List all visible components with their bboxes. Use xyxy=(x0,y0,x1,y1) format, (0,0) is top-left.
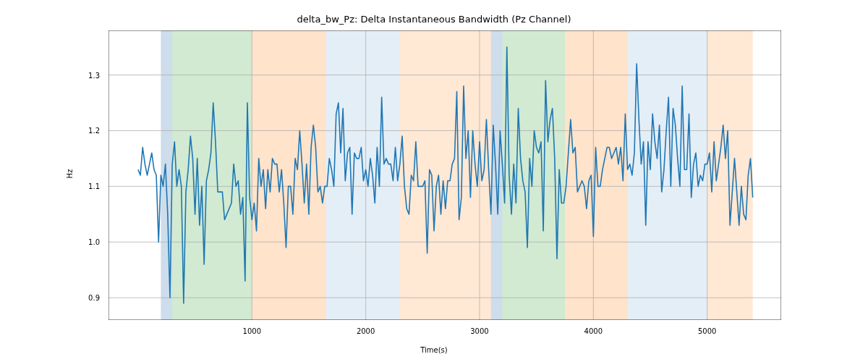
region-band xyxy=(491,30,503,320)
y-tick-label: 1.0 xyxy=(88,238,100,246)
x-tick-label: 2000 xyxy=(357,327,375,335)
x-tick-label: 1000 xyxy=(243,327,261,335)
x-tick-label: 3000 xyxy=(470,327,488,335)
chart-container: delta_bw_Pz: Delta Instantaneous Bandwid… xyxy=(0,0,868,362)
y-tick-label: 0.9 xyxy=(88,294,100,302)
y-tick-label: 1.3 xyxy=(88,71,100,79)
y-axis-label: Hz xyxy=(66,169,74,179)
y-tick-label: 1.1 xyxy=(88,182,100,190)
y-tick-label: 1.2 xyxy=(88,127,100,135)
x-tick-label: 4000 xyxy=(584,327,603,335)
x-tick-label: 5000 xyxy=(698,327,716,335)
plot-area xyxy=(109,30,781,320)
x-axis-label: Time(s) xyxy=(0,346,868,354)
chart-title: delta_bw_Pz: Delta Instantaneous Bandwid… xyxy=(0,14,868,25)
region-band xyxy=(707,30,753,320)
region-band xyxy=(565,30,628,320)
region-band xyxy=(628,30,707,320)
plot-svg xyxy=(109,30,781,320)
